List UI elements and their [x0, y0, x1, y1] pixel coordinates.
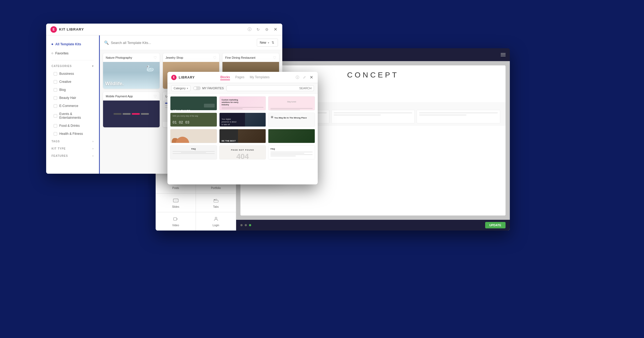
category-bussiness[interactable]: Bussiness [46, 70, 99, 78]
kit-card-heart-dining[interactable]: ♡ [273, 55, 276, 60]
sort-chevron-icon: ▾ [268, 41, 269, 44]
wrong-asterisk-icon: ✳ [270, 115, 274, 119]
kit-type-header[interactable]: KIT TYPE › [46, 145, 99, 152]
category-bussiness-label: Bussiness [59, 72, 74, 76]
category-events[interactable]: Events & Entertainments [46, 110, 99, 122]
faq2-title: FAQ [270, 148, 313, 150]
kit-search-wrapper: 🔍 [104, 40, 257, 45]
kit-library-title: KIT LIBRARY [59, 27, 84, 31]
pink-hero-text: Stay tuned [270, 101, 313, 103]
kit-card-nature[interactable]: Nature Photography ♡ Wildlife. 🦢 [103, 53, 160, 89]
lib-expand-icon[interactable]: ⤢ [302, 75, 307, 80]
tab-pages[interactable]: Pages [235, 75, 244, 80]
tab-blocks[interactable]: Blocks [220, 75, 230, 80]
sort-dropdown[interactable]: New ▾ ⇅ [257, 39, 278, 47]
dot-icon-3 [249, 224, 251, 226]
widget-video2[interactable]: Video [156, 212, 196, 231]
kit-sidebar: All Template Kits Favorites CATEGORIES ▾… [46, 35, 100, 174]
lib-info-icon[interactable]: ⓘ [295, 75, 300, 80]
category-creative-checkbox[interactable] [54, 80, 57, 84]
category-ecommerce-label: E-Commerce [59, 104, 78, 108]
category-creative[interactable]: Creative [46, 78, 99, 86]
editor-topbar-right [501, 53, 506, 56]
categories-chevron-icon: ▾ [92, 65, 94, 68]
service-card-2 [331, 110, 415, 123]
category-health[interactable]: Health & Fitness [46, 130, 99, 138]
nature-wildlife-text: Wildlife. [105, 81, 124, 87]
category-blog[interactable]: Blog [46, 86, 99, 94]
category-health-checkbox[interactable] [54, 132, 57, 136]
faq2-image: FAQ [268, 146, 315, 159]
category-bussiness-checkbox[interactable] [54, 72, 57, 76]
category-food[interactable]: Food & Drinks [46, 122, 99, 130]
stay-tuned-image: STAY TUNED [170, 96, 217, 110]
lib-block-marketing[interactable]: Custom marketingsolutions for everyindus… [219, 96, 266, 110]
lib-search-input[interactable] [226, 85, 314, 91]
nav-all-template-kits[interactable]: All Template Kits [46, 40, 99, 49]
step-1: 01 [173, 120, 177, 124]
kit-card-heart-mobile[interactable]: ♡ [153, 94, 157, 98]
category-ecommerce[interactable]: E-Commerce [46, 102, 99, 110]
lib-block-digital[interactable]: Your digitalpresence is aboutto take off… [219, 113, 266, 127]
tab-my-templates[interactable]: My Templates [250, 75, 270, 80]
category-beauty-hair[interactable]: Beauty Hair [46, 94, 99, 102]
lib-block-404[interactable]: PAGE NOT FOUND 404 + Insert [219, 145, 266, 159]
widget-slides[interactable]: Slides [156, 194, 196, 212]
category-beauty-hair-checkbox[interactable] [54, 96, 57, 100]
step-2: 02 [179, 120, 183, 124]
digital-image: Your digitalpresence is aboutto take off [219, 113, 266, 127]
lib-block-faq2[interactable]: FAQ + Insert [268, 145, 315, 159]
category-events-checkbox[interactable] [54, 114, 57, 118]
widget-video2-label: Video [172, 224, 179, 227]
faq-lines [173, 151, 215, 154]
steps-image: With you every step of the way 01 02 03 [170, 113, 217, 127]
category-food-label: Food & Drinks [59, 124, 80, 128]
info-icon[interactable]: ⓘ [247, 27, 252, 32]
categories-header[interactable]: CATEGORIES ▾ [46, 62, 99, 70]
toggle-knob [194, 87, 196, 90]
kit-card-heart-nature[interactable]: ♡ [153, 55, 157, 60]
lib-block-steps[interactable]: With you every step of the way 01 02 03 … [170, 113, 217, 127]
hamburger-right-icon[interactable] [501, 53, 506, 56]
stay-tuned-text: STAY TUNED [173, 109, 191, 110]
settings-icon[interactable]: ⚙ [264, 27, 269, 32]
lib-block-wrong-place[interactable]: ✳ You May Be In The Wrong Place + Insert [268, 113, 315, 127]
kit-search-icon: 🔍 [104, 40, 109, 45]
lib-favorites-toggle[interactable]: MY FAVORITES [193, 86, 224, 90]
category-ecommerce-checkbox[interactable] [54, 104, 57, 108]
kit-library-titlebar: E KIT LIBRARY ⓘ ↻ ⚙ ✕ [46, 24, 282, 35]
category-food-checkbox[interactable] [54, 124, 57, 128]
tags-header[interactable]: TAGS › [46, 138, 99, 145]
category-events-label: Events & Entertainments [59, 112, 94, 120]
features-header[interactable]: FEATURES › [46, 152, 99, 159]
steps-numbers: 01 02 03 [173, 120, 215, 124]
tabs-icon [213, 197, 219, 204]
lib-block-faq[interactable]: FAQ + Insert [170, 145, 217, 159]
category-health-label: Health & Fitness [59, 132, 83, 136]
widget-testimonial[interactable]: Login [196, 212, 236, 231]
lib-block-best[interactable]: BE THE BESTYOU CAN BE + Insert [219, 129, 266, 143]
lib-blocks-grid: STAY TUNED + Insert Custom marketingsolu… [167, 94, 318, 162]
category-blog-checkbox[interactable] [54, 88, 57, 92]
nav-favorites[interactable]: Favorites [46, 49, 99, 58]
kit-card-heart-jewelry[interactable]: ♡ [213, 55, 217, 60]
favorites-toggle-switch[interactable] [193, 86, 201, 90]
lib-category-dropdown[interactable]: Category ▾ [171, 85, 191, 91]
lib-block-pottery[interactable]: + Insert [170, 129, 217, 143]
refresh-icon[interactable]: ↻ [255, 27, 261, 32]
lib-block-stay-tuned[interactable]: STAY TUNED + Insert [170, 96, 217, 110]
category-blog-label: Blog [59, 88, 66, 92]
kit-close-button[interactable]: ✕ [273, 27, 278, 32]
kit-card-mobile[interactable]: Mobile Payment App ♡ [103, 92, 160, 127]
lib-block-leaf[interactable]: page not found + Insert [268, 129, 315, 143]
steps-subtitle: With you every step of the way [173, 115, 215, 117]
lib-close-button[interactable]: ✕ [309, 75, 314, 80]
lib-block-pink-hero[interactable]: Stay tuned + Insert [268, 96, 315, 110]
kit-search-input[interactable] [111, 41, 257, 45]
update-button[interactable]: UPDATE [485, 222, 506, 228]
widget-tabs[interactable]: Tabs [196, 194, 236, 212]
favorites-toggle-label: MY FAVORITES [202, 87, 224, 90]
marketing-image: Custom marketingsolutions for everyindus… [219, 96, 266, 110]
lib-e-logo: E [171, 75, 177, 80]
leaf-bg [268, 129, 315, 143]
